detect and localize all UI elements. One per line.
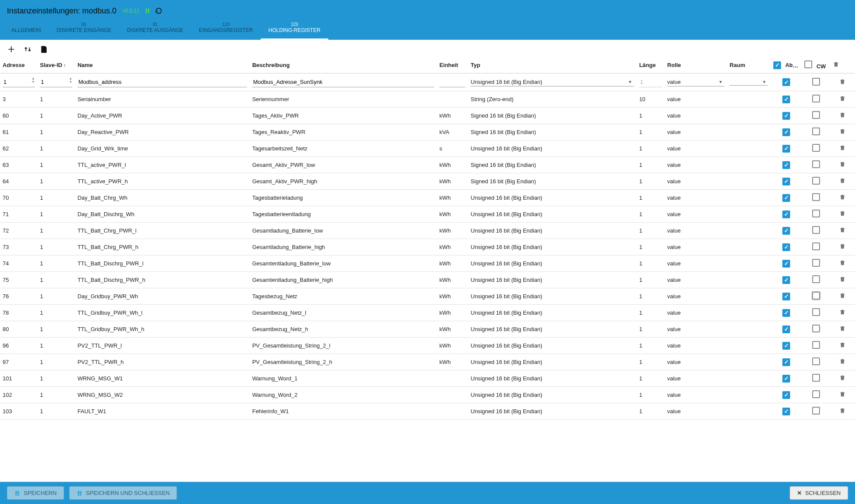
cw-checkbox[interactable] <box>812 308 820 316</box>
table-row[interactable]: 731TTL_Batt_Chrg_PWR_hGesamtladung_Batte… <box>0 239 855 255</box>
table-row[interactable]: 761Day_Gridbuy_PWR_WhTagesbezug_NetzkWhU… <box>0 288 855 305</box>
delete-row-button[interactable] <box>839 358 846 365</box>
table-row[interactable]: 641TTL_active_PWR_hGesamt_Aktiv_PWR_high… <box>0 173 855 190</box>
name-input[interactable] <box>77 77 247 87</box>
trash-icon[interactable] <box>833 61 839 68</box>
cw-checkbox[interactable] <box>812 177 820 185</box>
cw-checkbox[interactable] <box>812 341 820 349</box>
table-row[interactable]: 1021WRNG_MSG_W2Warnung_Word_2Unsigned 16… <box>0 387 855 403</box>
delete-row-button[interactable] <box>839 177 846 184</box>
cw-checkbox[interactable] <box>812 226 820 234</box>
col-unit[interactable]: Einheit <box>437 57 468 73</box>
cw-checkbox[interactable] <box>812 374 820 382</box>
table-row[interactable]: 631TTL_active_PWR_lGesamt_Aktiv_PWR_lowk… <box>0 157 855 173</box>
table-row[interactable]: 1011WRNG_MSG_W1Warnung_Word_1Unsigned 16… <box>0 370 855 387</box>
abfrage-checkbox[interactable] <box>782 243 790 251</box>
delete-row-button[interactable] <box>839 309 846 316</box>
table-row[interactable]: 721TTL_Batt_Chrg_PWR_lGesamtladung_Batte… <box>0 223 855 239</box>
col-address[interactable]: Adresse <box>0 57 38 73</box>
delete-row-button[interactable] <box>839 391 846 398</box>
tab-holding-register[interactable]: 123HOLDING-REGISTER <box>261 18 328 40</box>
cw-checkbox[interactable] <box>812 193 820 201</box>
description-input[interactable] <box>252 77 434 87</box>
abfrage-checkbox[interactable] <box>782 391 790 399</box>
delete-row-button[interactable] <box>839 226 846 233</box>
tsv-icon[interactable] <box>40 45 48 54</box>
cw-checkbox[interactable] <box>812 160 820 168</box>
tab-diskrete-ausgänge[interactable]: 01DISKRETE AUSGÄNGE <box>119 18 191 40</box>
col-room[interactable]: Raum <box>727 57 771 73</box>
delete-row-button[interactable] <box>839 259 846 266</box>
abfrage-checkbox[interactable] <box>782 96 790 103</box>
table-row[interactable]: 801TTL_Gridbuy_PWR_Wh_hGesamtbezug_Netz_… <box>0 321 855 338</box>
tab-eingangsregister[interactable]: 123EINGANGSREGISTER <box>191 18 261 40</box>
abfrage-checkbox[interactable] <box>782 342 790 350</box>
cw-checkbox[interactable] <box>812 210 820 217</box>
tab-allgemein[interactable]: ALLGEMEIN <box>3 24 49 40</box>
col-cw[interactable]: CW <box>802 57 830 73</box>
col-delete[interactable] <box>830 57 855 73</box>
abfrage-checkbox[interactable] <box>782 293 790 300</box>
add-row-button[interactable] <box>7 45 16 54</box>
table-row[interactable]: 701Day_Batt_Chrg_WhTagesbatterieladungkW… <box>0 190 855 206</box>
cw-checkbox[interactable] <box>812 128 820 135</box>
pause-icon[interactable] <box>144 7 151 14</box>
cw-checkbox[interactable] <box>812 95 820 102</box>
import-export-button[interactable] <box>23 45 32 54</box>
abfrage-checkbox[interactable] <box>782 408 790 415</box>
col-length[interactable]: Länge <box>637 57 665 73</box>
room-select[interactable]: ▼ <box>730 79 768 86</box>
cw-checkbox[interactable] <box>812 144 820 152</box>
close-button[interactable]: ✕ SCHLIESSEN <box>790 486 848 500</box>
table-row[interactable]: 621Day_Grid_Wrk_timeTagesarbeitszeit_Net… <box>0 140 855 157</box>
cw-checkbox[interactable] <box>812 390 820 398</box>
cw-checkbox[interactable] <box>812 357 820 365</box>
table-row[interactable]: 971PV2_TTL_PWR_hPV_Gesamtleistung_String… <box>0 354 855 370</box>
abfrage-checkbox[interactable] <box>782 309 790 317</box>
cw-checkbox[interactable] <box>812 78 820 86</box>
table-scroll[interactable]: Adresse Slave-ID Name Beschreibung Einhe… <box>0 57 855 482</box>
delete-row-button[interactable] <box>839 276 846 283</box>
abfrage-checkbox[interactable] <box>782 325 790 333</box>
table-row[interactable]: 751TTL_Batt_Dischrg_PWR_hGesamtentladung… <box>0 272 855 288</box>
delete-row-button[interactable] <box>839 95 846 102</box>
col-abfrage[interactable]: Abfrage <box>771 57 802 73</box>
abfrage-checkbox[interactable] <box>782 358 790 366</box>
cw-checkbox[interactable] <box>812 407 820 415</box>
abfrage-checkbox[interactable] <box>782 211 790 218</box>
address-input[interactable] <box>3 77 35 87</box>
abfrage-checkbox[interactable] <box>782 145 790 153</box>
table-row[interactable]: 711Day_Batt_Dischrg_WhTagesbatterieentla… <box>0 206 855 223</box>
delete-row-button[interactable] <box>839 144 846 151</box>
abfrage-checkbox[interactable] <box>782 194 790 202</box>
table-row[interactable]: 1031FAULT_W1Fehlerinfo_W1Unsigned 16 bit… <box>0 403 855 420</box>
table-row[interactable]: 601Day_Active_PWRTages_Aktiv_PWRkWhSigne… <box>0 108 855 124</box>
abfrage-checkbox[interactable] <box>782 276 790 284</box>
col-type[interactable]: Typ <box>468 57 637 73</box>
delete-row-button[interactable] <box>839 112 846 118</box>
slave-input[interactable] <box>40 77 73 87</box>
col-name[interactable]: Name <box>75 57 250 73</box>
abfrage-checkbox[interactable] <box>782 178 790 185</box>
table-row[interactable]: 781TTL_Gridbuy_PWR_Wh_lGesamtbezug_Netz_… <box>0 305 855 321</box>
unit-input[interactable] <box>439 77 465 87</box>
abfrage-checkbox[interactable] <box>782 227 790 235</box>
abfrage-checkbox[interactable] <box>782 128 790 136</box>
abfrage-header-checkbox[interactable] <box>773 61 781 69</box>
cw-checkbox[interactable] <box>812 242 820 250</box>
type-select[interactable]: Unsigned 16 bit (Big Endian) ▼ <box>471 78 634 86</box>
col-description[interactable]: Beschreibung <box>250 57 437 73</box>
tab-diskrete-eingänge[interactable]: 01DISKRETE EINGÄNGE <box>49 18 119 40</box>
table-row[interactable]: 611Day_Reactive_PWRTages_Reaktiv_PWRkVAS… <box>0 124 855 140</box>
role-select[interactable]: value ▼ <box>667 78 724 86</box>
abfrage-checkbox[interactable] <box>782 112 790 120</box>
cw-checkbox[interactable] <box>812 292 820 300</box>
delete-row-button[interactable] <box>839 243 846 250</box>
abfrage-checkbox[interactable] <box>782 78 790 86</box>
table-row[interactable]: 741TTL_Batt_Dischrg_PWR_lGesamtentladung… <box>0 255 855 272</box>
delete-row-button[interactable] <box>839 210 846 217</box>
delete-row-button[interactable] <box>839 407 846 414</box>
cw-checkbox[interactable] <box>812 325 820 332</box>
abfrage-checkbox[interactable] <box>782 161 790 169</box>
col-slave-id[interactable]: Slave-ID <box>38 57 75 73</box>
